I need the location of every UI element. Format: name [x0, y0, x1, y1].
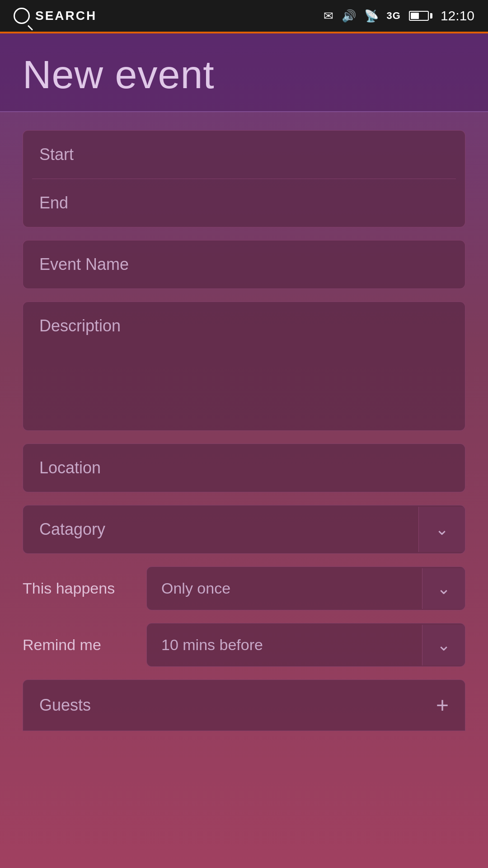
guests-label: Guests	[39, 696, 436, 715]
event-name-input[interactable]	[23, 241, 465, 288]
add-guest-icon[interactable]: +	[436, 694, 449, 716]
status-right: ✉ 🔊 📡 3G 12:10	[324, 8, 474, 24]
guests-row[interactable]: Guests +	[23, 679, 465, 731]
status-left: SEARCH	[14, 8, 97, 24]
podcast-icon: 📡	[364, 9, 379, 23]
category-arrow-button[interactable]: ⌄	[418, 507, 465, 552]
this-happens-value: Only once	[147, 567, 422, 610]
remind-me-arrow-button[interactable]: ⌄	[422, 625, 465, 665]
search-label: SEARCH	[35, 9, 97, 23]
page-header: New event	[0, 33, 488, 111]
mail-icon: ✉	[324, 9, 333, 23]
chevron-down-icon: ⌄	[437, 636, 450, 655]
start-input[interactable]	[23, 131, 465, 179]
this-happens-dropdown[interactable]: Only once ⌄	[146, 566, 465, 610]
location-group	[23, 443, 465, 492]
network-icon: 3G	[387, 10, 401, 22]
description-group	[23, 302, 465, 431]
status-time: 12:10	[441, 8, 474, 24]
form-area: Catagory ⌄ This happens Only once ⌄ Remi…	[0, 112, 488, 749]
remind-me-value: 10 mins before	[147, 623, 422, 666]
volume-icon: 🔊	[342, 9, 356, 23]
description-input[interactable]	[23, 302, 465, 429]
this-happens-row: This happens Only once ⌄	[23, 566, 465, 610]
event-name-group	[23, 240, 465, 289]
category-dropdown[interactable]: Catagory ⌄	[23, 505, 465, 554]
remind-me-dropdown[interactable]: 10 mins before ⌄	[146, 623, 465, 667]
remind-me-row: Remind me 10 mins before ⌄	[23, 623, 465, 667]
status-bar: SEARCH ✉ 🔊 📡 3G 12:10	[0, 0, 488, 32]
category-label: Catagory	[23, 505, 418, 553]
chevron-down-icon: ⌄	[435, 520, 449, 539]
start-end-group	[23, 130, 465, 227]
chevron-down-icon: ⌄	[437, 579, 450, 598]
search-icon	[14, 8, 30, 24]
this-happens-label: This happens	[23, 580, 136, 597]
location-input[interactable]	[23, 444, 465, 492]
battery-icon	[409, 11, 432, 21]
remind-me-label: Remind me	[23, 636, 136, 654]
end-input[interactable]	[23, 179, 465, 227]
this-happens-arrow-button[interactable]: ⌄	[422, 568, 465, 609]
page-title: New event	[23, 52, 465, 98]
